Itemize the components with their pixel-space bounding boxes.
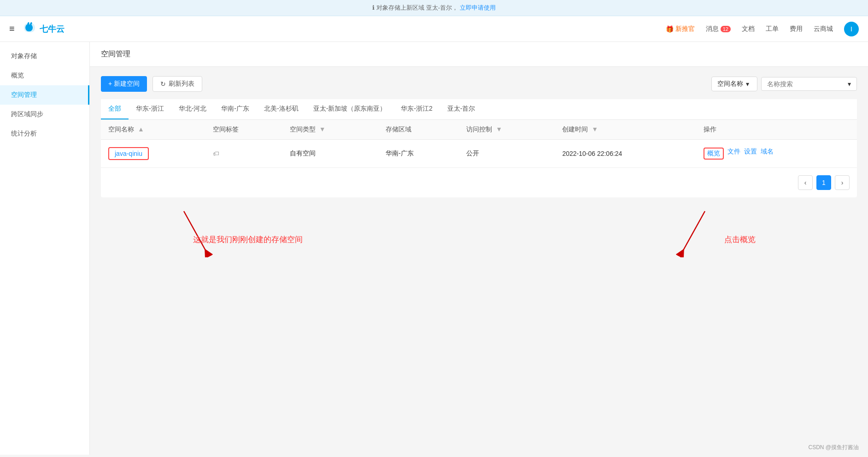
sidebar-item-cross-region[interactable]: 跨区域同步 (0, 105, 89, 124)
space-name-link[interactable]: java-qiniu (108, 147, 149, 160)
nav-tickets[interactable]: 工单 (766, 25, 779, 33)
search-input[interactable] (767, 80, 848, 88)
header-nav: 🎁 新推官 消息 12 文档 工单 费用 云商城 I (666, 22, 859, 36)
pagination: ‹ 1 › (101, 168, 857, 197)
message-badge: 12 (721, 26, 731, 32)
annotation-text-2: 点击概览 (724, 234, 756, 245)
search-box[interactable]: ▾ (761, 77, 857, 91)
table-row: java-qiniu 🏷 自有空间 华南-广东 公开 2022-10-06 22… (101, 140, 857, 168)
current-page-button[interactable]: 1 (816, 175, 831, 190)
tab-apac-seoul[interactable]: 亚太-首尔 (440, 99, 483, 119)
arrow2-svg (636, 202, 728, 257)
tag-icon: 🏷 (213, 150, 219, 157)
refresh-label: 刷新列表 (169, 80, 194, 88)
cell-space-name: java-qiniu (101, 140, 205, 168)
col-space-tag: 空间标签 (205, 120, 282, 140)
cell-created: 2022-10-06 22:06:24 (555, 140, 696, 168)
header: ≡ 七牛云 🎁 新推官 消息 12 文档 工单 费用 云商城 I (0, 16, 868, 42)
svg-line-0 (184, 211, 207, 253)
nav-messages[interactable]: 消息 12 (706, 25, 731, 33)
spaces-table: 空间名称 ▲ 空间标签 空间类型 ▼ 存储区域 (101, 120, 857, 168)
prev-page-button[interactable]: ‹ (798, 175, 813, 190)
col-created-time: 创建时间 ▼ (555, 120, 696, 140)
content-area: + 新建空间 ↻ 刷新列表 空间名称 ▾ ▾ (90, 67, 868, 285)
col-actions: 操作 (696, 120, 857, 140)
sidebar-item-stats[interactable]: 统计分析 (0, 124, 89, 143)
annotation-area: 这就是我们刚刚创建的存储空间 点击概览 (101, 202, 857, 276)
banner-info-icon: ℹ (372, 4, 375, 11)
tab-apac-sg[interactable]: 亚太-新加坡（原东南亚） (306, 99, 394, 119)
filter-icon-access[interactable]: ▼ (496, 125, 502, 133)
col-storage-region: 存储区域 (378, 120, 459, 140)
banner-link[interactable]: 立即申请使用 (460, 4, 496, 11)
page-title: 空间管理 (90, 42, 868, 67)
refresh-icon: ↻ (160, 80, 166, 88)
create-space-button[interactable]: + 新建空间 (101, 76, 147, 92)
tab-all[interactable]: 全部 (101, 99, 129, 119)
next-page-button[interactable]: › (835, 175, 850, 190)
action-domain[interactable]: 域名 (761, 148, 774, 160)
nav-docs[interactable]: 文档 (742, 25, 755, 33)
cell-access: 公开 (459, 140, 555, 168)
logo[interactable]: 七牛云 (22, 21, 65, 37)
tab-north-hebei[interactable]: 华北-河北 (171, 99, 214, 119)
action-overview[interactable]: 概览 (704, 148, 724, 160)
toolbar-left: + 新建空间 ↻ 刷新列表 (101, 76, 202, 92)
tab-east-zhejiang2[interactable]: 华东-浙江2 (393, 99, 440, 119)
tab-south-guangdong[interactable]: 华南-广东 (214, 99, 257, 119)
cell-region: 华南-广东 (378, 140, 459, 168)
col-space-name: 空间名称 ▲ (101, 120, 205, 140)
sort-icon-time[interactable]: ▼ (592, 125, 598, 133)
cell-actions: 概览 文件 设置 域名 (696, 140, 857, 168)
space-name-select[interactable]: 空间名称 ▾ (711, 77, 757, 91)
sidebar-item-object-storage[interactable]: 对象存储 (0, 47, 89, 66)
main-content: 空间管理 + 新建空间 ↻ 刷新列表 空间名称 ▾ (90, 42, 868, 455)
banner-text: 对象存储上新区域 亚太-首尔， (376, 4, 458, 11)
toolbar-right: 空间名称 ▾ ▾ (711, 77, 857, 91)
col-access-control: 访问控制 ▼ (459, 120, 555, 140)
search-chevron-icon: ▾ (848, 80, 851, 88)
col-space-type: 空间类型 ▼ (282, 120, 378, 140)
nav-marketplace[interactable]: 云商城 (814, 25, 833, 33)
nav-billing[interactable]: 费用 (790, 25, 803, 33)
nav-new-promo[interactable]: 🎁 新推官 (666, 25, 695, 33)
action-settings[interactable]: 设置 (744, 148, 757, 160)
gift-icon: 🎁 (666, 25, 674, 33)
cell-type: 自有空间 (282, 140, 378, 168)
tab-na-la[interactable]: 北美-洛杉矶 (257, 99, 306, 119)
refresh-button[interactable]: ↻ 刷新列表 (152, 76, 202, 92)
logo-text: 七牛云 (40, 24, 65, 35)
sort-icon-name[interactable]: ▲ (138, 125, 144, 133)
annotation-text-1: 这就是我们刚刚创建的存储空间 (193, 234, 303, 245)
arrow1-svg (161, 202, 253, 257)
table-header-row: 空间名称 ▲ 空间标签 空间类型 ▼ 存储区域 (101, 120, 857, 140)
toolbar: + 新建空间 ↻ 刷新列表 空间名称 ▾ ▾ (101, 76, 857, 92)
select-label: 空间名称 (717, 80, 743, 88)
svg-line-1 (682, 211, 705, 253)
footer-credit: CSDN @摸鱼打酱油 (808, 444, 859, 451)
cell-tag: 🏷 (205, 140, 282, 168)
sidebar-item-overview[interactable]: 概览 (0, 66, 89, 85)
avatar[interactable]: I (844, 22, 859, 36)
layout: 对象存储 概览 空间管理 跨区域同步 统计分析 空间管理 + 新建空间 ↻ 刷新… (0, 42, 868, 455)
action-files[interactable]: 文件 (727, 148, 740, 160)
region-tabs: 全部 华东-浙江 华北-河北 华南-广东 北美-洛杉矶 亚太-新加坡（原东南亚）… (101, 99, 857, 120)
table-container: 全部 华东-浙江 华北-河北 华南-广东 北美-洛杉矶 亚太-新加坡（原东南亚）… (101, 99, 857, 197)
top-banner: ℹ 对象存储上新区域 亚太-首尔， 立即申请使用 (0, 0, 868, 16)
sidebar-item-space-management[interactable]: 空间管理 (0, 85, 89, 105)
tab-east-zhejiang[interactable]: 华东-浙江 (129, 99, 171, 119)
logo-icon (22, 21, 37, 37)
action-links: 概览 文件 设置 域名 (704, 148, 850, 160)
filter-icon-type[interactable]: ▼ (319, 125, 326, 133)
chevron-down-icon: ▾ (746, 80, 749, 88)
menu-button[interactable]: ≡ (9, 24, 15, 34)
sidebar: 对象存储 概览 空间管理 跨区域同步 统计分析 (0, 42, 90, 455)
